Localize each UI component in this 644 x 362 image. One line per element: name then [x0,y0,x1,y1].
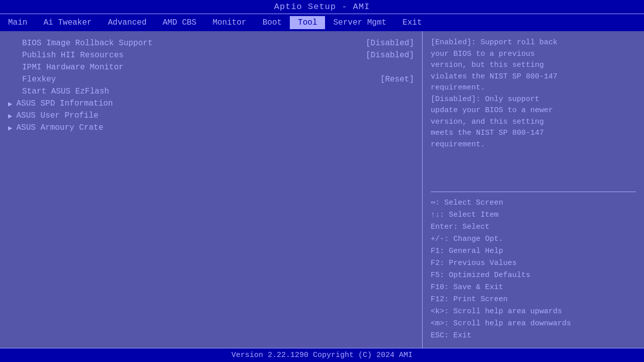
menu-item-row[interactable]: ▶ASUS Armoury Crate [8,122,414,134]
key-help-line: +/-: Change Opt. [431,233,636,245]
menu-arrow-icon: ▶ [8,112,12,120]
menu-item-row[interactable]: IPMI Hardware Monitor [8,61,414,73]
menu-value-text: [Disabled] [366,51,414,60]
nav-item-boot[interactable]: Boot [255,16,290,29]
menu-item-label: BIOS Image Rollback Support [8,39,152,48]
key-help-line: <m>: Scroll help area downwards [431,318,636,330]
key-help: ⇔: Select Screen↑↓: Select ItemEnter: Se… [431,197,636,342]
menu-label-text: Publish HII Resources [22,51,124,60]
nav-item-amd-cbs[interactable]: AMD CBS [154,16,204,29]
menu-label-text: ASUS SPD Information [16,99,113,108]
key-help-line: Enter: Select [431,221,636,233]
menu-item-label: Start ASUS EzFlash [8,87,109,96]
nav-item-ai-tweaker[interactable]: Ai Tweaker [35,16,100,29]
menu-item-label: ▶ASUS SPD Information [8,99,113,108]
left-panel: BIOS Image Rollback Support[Disabled]Pub… [0,31,423,348]
nav-item-exit[interactable]: Exit [394,16,430,29]
key-help-line: F12: Print Screen [431,294,636,306]
nav-bar: MainAi TweakerAdvancedAMD CBSMonitorBoot… [0,14,644,31]
menu-item-label: IPMI Hardware Monitor [8,63,124,72]
menu-item-label: Publish HII Resources [8,51,124,60]
footer-text: Version 2.22.1290 Copyright (C) 2024 AMI [231,351,413,359]
menu-item-label: ▶ASUS User Profile [8,111,99,120]
app: Aptio Setup - AMI MainAi TweakerAdvanced… [0,0,644,362]
menu-item-row[interactable]: Publish HII Resources[Disabled] [8,49,414,61]
menu-item-label: ▶ASUS Armoury Crate [8,123,103,132]
menu-item-row[interactable]: Start ASUS EzFlash [8,85,414,98]
menu-arrow-icon: ▶ [8,100,12,108]
divider [431,192,636,192]
main-content: BIOS Image Rollback Support[Disabled]Pub… [0,31,644,348]
title-text: Aptio Setup - AMI [274,2,370,12]
help-text: [Enabled]: Support roll back your BIOS t… [431,37,636,187]
menu-label-text: Flexkey [22,75,56,84]
nav-item-monitor[interactable]: Monitor [204,16,254,29]
menu-item-label: Flexkey [8,75,56,84]
nav-item-tool[interactable]: Tool [290,16,325,29]
nav-item-advanced[interactable]: Advanced [100,16,154,29]
nav-item-main[interactable]: Main [0,16,35,29]
footer: Version 2.22.1290 Copyright (C) 2024 AMI [0,348,644,362]
key-help-line: F10: Save & Exit [431,282,636,294]
title-bar: Aptio Setup - AMI [0,0,644,14]
key-help-line: ⇔: Select Screen [431,197,636,209]
menu-label-text: ASUS Armoury Crate [16,123,103,132]
menu-item-row[interactable]: ▶ASUS SPD Information [8,98,414,110]
menu-item-row[interactable]: BIOS Image Rollback Support[Disabled] [8,37,414,49]
menu-label-text: ASUS User Profile [16,111,98,120]
menu-item-row[interactable]: ▶ASUS User Profile [8,110,414,122]
menu-label-text: BIOS Image Rollback Support [22,39,152,48]
key-help-line: F2: Previous Values [431,257,636,269]
menu-label-text: Start ASUS EzFlash [22,87,109,96]
key-help-line: <k>: Scroll help area upwards [431,306,636,318]
menu-label-text: IPMI Hardware Monitor [22,63,124,72]
key-help-line: ESC: Exit [431,330,636,342]
right-panel: [Enabled]: Support roll back your BIOS t… [423,31,644,348]
nav-item-server-mgmt[interactable]: Server Mgmt [325,16,394,29]
menu-item-row[interactable]: Flexkey[Reset] [8,73,414,85]
key-help-line: F1: General Help [431,245,636,257]
key-help-line: ↑↓: Select Item [431,209,636,221]
menu-value-text: [Disabled] [366,39,414,48]
menu-arrow-icon: ▶ [8,124,12,132]
menu-value-text: [Reset] [380,75,414,84]
key-help-line: F5: Optimized Defaults [431,269,636,282]
